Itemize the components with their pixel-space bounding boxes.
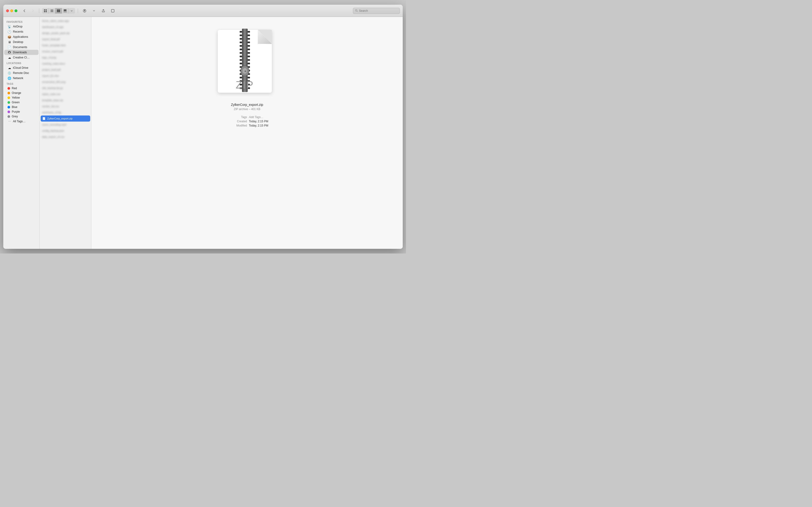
list-item[interactable]: design_assets_pack.zip <box>40 30 91 36</box>
sidebar-item-label: Purple <box>12 110 20 113</box>
svg-rect-1 <box>46 9 47 10</box>
list-item[interactable]: site_backup.tar.gz <box>40 85 91 91</box>
list-item[interactable]: template_base.zip <box>40 97 91 103</box>
minimize-button[interactable] <box>10 9 13 12</box>
applications-icon: 📦 <box>7 35 11 39</box>
sidebar-item-documents[interactable]: 📄 Documents <box>4 45 39 50</box>
svg-rect-45 <box>248 45 250 47</box>
search-box[interactable] <box>353 8 400 14</box>
list-item[interactable]: project_brief.pdf <box>40 67 91 73</box>
purple-tag-dot <box>7 111 10 113</box>
downloads-icon <box>7 50 11 54</box>
created-label: Created <box>226 120 247 123</box>
sidebar-item-tag-red[interactable]: Red <box>4 86 39 91</box>
close-button[interactable] <box>6 9 9 12</box>
svg-rect-37 <box>240 77 242 78</box>
sidebar-item-label: Creative Cl… <box>13 56 30 59</box>
list-item[interactable]: Acme_client_notes.app <box>40 18 91 24</box>
svg-rect-3 <box>46 11 47 12</box>
list-item[interactable]: styles_main.css <box>40 91 91 97</box>
list-item[interactable]: footer_template.html <box>40 42 91 48</box>
tags-label: Tags <box>226 115 247 119</box>
column-view-button[interactable] <box>55 8 62 14</box>
list-item[interactable]: data_export_v3.csv <box>40 134 91 140</box>
list-item[interactable]: report_Q1.xlsx <box>40 73 91 79</box>
svg-rect-46 <box>248 49 250 50</box>
list-item[interactable]: zoom_recording.mp4 <box>40 122 91 128</box>
maximize-button[interactable] <box>14 9 17 12</box>
list-item[interactable]: meeting_notes.docx <box>40 61 91 67</box>
sidebar-item-label: All Tags… <box>13 120 26 123</box>
sidebar-item-tag-purple[interactable]: Purple <box>4 109 39 114</box>
list-item[interactable]: dashboard_v2.app <box>40 24 91 30</box>
tag-button[interactable] <box>109 7 116 14</box>
file-list-column[interactable]: Acme_client_notes.app dashboard_v2.app d… <box>40 17 91 249</box>
sidebar-item-applications[interactable]: 📦 Applications <box>4 34 39 40</box>
sidebar-item-tag-orange[interactable]: Orange <box>4 91 39 95</box>
list-item[interactable]: logo_v3.png <box>40 54 91 61</box>
forward-button[interactable] <box>30 8 36 14</box>
svg-rect-50 <box>248 63 250 64</box>
list-view-button[interactable] <box>49 8 55 14</box>
svg-rect-13 <box>66 11 66 12</box>
svg-rect-6 <box>51 11 53 12</box>
sidebar: Favourites 📡 AirDrop 🕐 Recents 📦 Applica… <box>3 17 40 249</box>
airdrop-icon: 📡 <box>7 25 11 29</box>
search-input[interactable] <box>359 9 398 12</box>
grey-tag-dot <box>7 115 10 118</box>
sidebar-item-desktop[interactable]: 🖥 Desktop <box>4 40 39 45</box>
svg-rect-33 <box>240 63 242 64</box>
sidebar-item-remote-disc[interactable]: 💿 Remote Disc <box>4 70 39 75</box>
icloud-icon: ☁ <box>7 66 11 70</box>
icon-view-button[interactable] <box>42 8 49 14</box>
svg-rect-49 <box>248 59 250 61</box>
sidebar-item-label: Downloads <box>13 51 27 54</box>
file-icon: ⚙ ZIP <box>214 29 280 99</box>
list-item[interactable]: invoice_march.pdf <box>40 48 91 54</box>
yellow-tag-dot <box>7 97 10 99</box>
view-options-button[interactable] <box>68 8 75 14</box>
sidebar-item-all-tags[interactable]: ⋯ All Tags… <box>4 119 39 124</box>
sidebar-item-label: Red <box>12 87 17 90</box>
list-item[interactable]: config_backup.json <box>40 128 91 134</box>
sidebar-item-tag-blue[interactable]: Blue <box>4 105 39 109</box>
sidebar-item-tag-yellow[interactable]: Yellow <box>4 95 39 100</box>
tags-value[interactable]: Add Tags… <box>249 115 268 119</box>
svg-rect-11 <box>64 11 64 12</box>
created-value: Today, 2:15 PM <box>249 120 268 123</box>
svg-rect-24 <box>240 31 242 33</box>
back-button[interactable] <box>21 8 28 14</box>
gallery-view-button[interactable] <box>62 8 68 14</box>
svg-rect-25 <box>240 35 242 36</box>
svg-rect-54 <box>248 77 250 78</box>
list-item[interactable]: vendor_list.csv <box>40 103 91 109</box>
svg-rect-15 <box>84 11 85 12</box>
share-button[interactable] <box>100 7 107 14</box>
creative-cloud-icon: ☁ <box>7 56 11 59</box>
sidebar-item-tag-green[interactable]: Green <box>4 100 39 105</box>
sidebar-item-label: Orange <box>12 91 21 95</box>
sidebar-item-label: Blue <box>12 105 17 109</box>
sidebar-item-label: Recents <box>13 30 23 33</box>
search-icon <box>355 9 358 13</box>
selected-file-row[interactable]: ZylkerCorp_export.zip <box>41 115 90 122</box>
sidebar-item-tag-grey[interactable]: Grey <box>4 114 39 119</box>
sidebar-item-network[interactable]: 🌐 Network <box>4 75 39 81</box>
sidebar-item-downloads[interactable]: Downloads <box>4 50 39 55</box>
svg-point-17 <box>355 9 357 11</box>
sidebar-item-recents[interactable]: 🕐 Recents <box>4 29 39 34</box>
sidebar-item-icloud[interactable]: ☁ iCloud Drive <box>4 65 39 70</box>
svg-text:ZIP: ZIP <box>236 79 254 91</box>
sidebar-item-creative-cloud[interactable]: ☁ Creative Cl… <box>4 55 39 60</box>
sidebar-item-airdrop[interactable]: 📡 AirDrop <box>4 24 39 29</box>
action-button[interactable] <box>81 7 88 14</box>
list-item[interactable]: wireframe_v2.fig <box>40 109 91 115</box>
action-arrow-button[interactable] <box>90 7 98 14</box>
list-item[interactable]: export_final.pdf <box>40 36 91 42</box>
svg-rect-31 <box>240 56 242 57</box>
finder-window: Favourites 📡 AirDrop 🕐 Recents 📦 Applica… <box>3 5 403 249</box>
sidebar-item-label: AirDrop <box>13 25 22 28</box>
list-item[interactable]: screenshot_001.png <box>40 79 91 85</box>
svg-text:⚙: ⚙ <box>244 70 246 72</box>
main-area: Favourites 📡 AirDrop 🕐 Recents 📦 Applica… <box>3 17 403 249</box>
